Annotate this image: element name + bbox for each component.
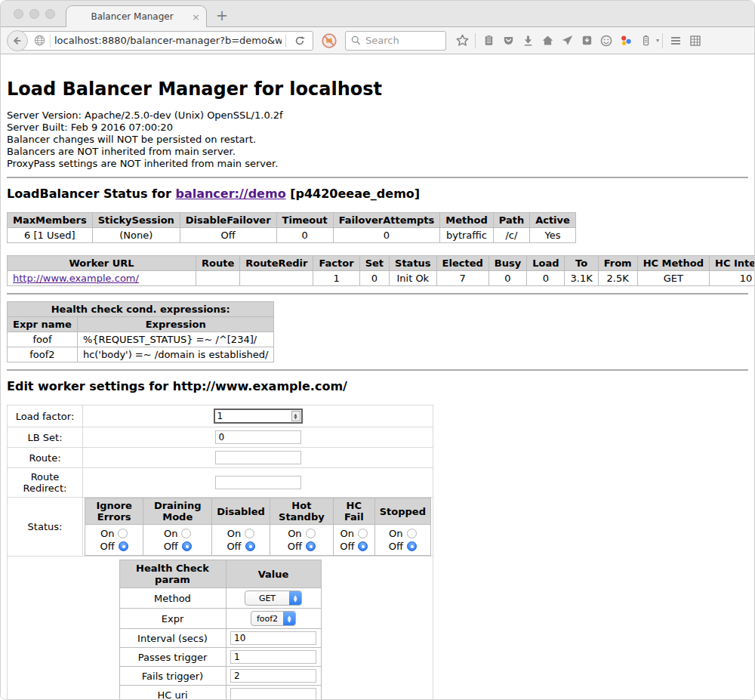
bookmarks-menu-button[interactable]	[479, 31, 498, 51]
worker-status-table: Worker URL Route RouteRedir Factor Set S…	[7, 255, 755, 286]
home-button[interactable]	[538, 31, 557, 51]
route-input[interactable]	[215, 451, 301, 464]
form-row-interval: Interval (secs)	[119, 629, 321, 648]
url-bar[interactable]: localhost:8880/balancer-manager?b=demo&w…	[17, 31, 313, 51]
tab-close-icon[interactable]: ×	[192, 12, 200, 22]
page-content: Load Balancer Manager for localhost Serv…	[1, 79, 754, 700]
menu-button[interactable]	[666, 31, 686, 51]
chevron-down-icon[interactable]: ▾	[656, 37, 659, 44]
hc-uri-input[interactable]	[230, 688, 316, 700]
divider	[662, 33, 663, 48]
minimize-window-icon[interactable]	[29, 9, 39, 19]
select-stepper-icon: ▲▼	[283, 612, 295, 625]
balancer-status-table: MaxMembers StickySession DisableFailover…	[7, 212, 576, 243]
globe-icon	[33, 34, 46, 47]
clipboard-icon	[482, 34, 495, 47]
divider	[285, 34, 286, 48]
hc-expr-label: Expr	[119, 609, 226, 629]
url-input[interactable]: localhost:8880/balancer-manager?b=demo&w…	[54, 35, 282, 46]
health-check-param-table: Health Check param Value Method GET ▲▼	[119, 560, 322, 700]
edit-worker-form: Load factor: ▲▼ LB Set: Route: Route Red…	[7, 405, 433, 700]
tab-balancer-manager[interactable]: Balancer Manager ×	[66, 5, 207, 27]
radio-off-checked[interactable]	[182, 541, 192, 551]
save-to-panel-button[interactable]	[577, 31, 596, 51]
status-label: Status:	[8, 498, 83, 557]
tab-bar: Balancer Manager × +	[1, 1, 754, 27]
worker-url-link[interactable]: http://www.example.com/	[13, 273, 139, 284]
downloads-button[interactable]	[518, 31, 538, 51]
smiley-icon	[599, 34, 613, 48]
form-row-fails: Fails trigger)	[119, 667, 321, 686]
zoom-window-icon[interactable]	[45, 9, 55, 19]
inherit-note-line: Balancers are NOT inherited from main se…	[7, 146, 748, 158]
table-header-row: Worker URL Route RouteRedir Factor Set S…	[8, 256, 755, 271]
table-header-row: Expr name Expression	[8, 317, 274, 332]
route-redirect-input[interactable]	[215, 476, 301, 489]
form-row-method: Method GET ▲▼	[119, 588, 321, 609]
load-factor-input[interactable]: ▲▼	[214, 409, 303, 424]
table-header-row: Ignore Errors Draining Mode Disabled Hot…	[85, 498, 431, 525]
radio-on[interactable]	[245, 529, 254, 538]
pocket-button[interactable]	[498, 31, 518, 51]
close-window-icon[interactable]	[14, 9, 23, 19]
route-redirect-label: Route Redirect:	[8, 468, 83, 498]
feedback-button[interactable]	[596, 31, 616, 51]
hc-passes-input[interactable]	[230, 650, 316, 664]
share-button[interactable]	[557, 31, 577, 51]
table-header-row: MaxMembers StickySession DisableFailover…	[8, 213, 576, 228]
radio-on[interactable]	[358, 529, 368, 538]
radio-off-checked[interactable]	[245, 541, 255, 551]
number-spinner-icon[interactable]: ▲▼	[291, 411, 300, 421]
hc-interval-input[interactable]	[230, 631, 316, 645]
load-factor-field[interactable]	[215, 411, 291, 421]
radio-on[interactable]	[407, 529, 417, 538]
radio-on[interactable]	[118, 529, 128, 538]
status-stopped-cell: On Off	[374, 525, 430, 556]
tab-title: Balancer Manager	[72, 11, 192, 22]
navigation-toolbar: localhost:8880/balancer-manager?b=demo&w…	[1, 27, 754, 54]
balancer-status-heading: LoadBalancer Status for balancer://demo …	[7, 187, 748, 201]
table-header-row: Health Check param Value	[119, 560, 321, 588]
back-icon	[11, 34, 24, 48]
hc-expr-select[interactable]: foof2 ▲▼	[251, 611, 296, 626]
lb-set-input[interactable]	[215, 430, 301, 444]
radio-on[interactable]	[181, 529, 191, 538]
radio-on[interactable]	[306, 529, 316, 538]
form-row-status: Status: Ignore Errors Draining Mode Disa…	[8, 498, 433, 557]
select-stepper-icon: ▲▼	[289, 591, 301, 605]
bookmark-star-button[interactable]	[452, 31, 472, 51]
hc-method-select[interactable]: GET ▲▼	[245, 591, 302, 606]
table-row: http://www.example.com/ 1 0 Init Ok 7 0 …	[8, 271, 755, 286]
hc-passes-label: Passes trigger	[119, 648, 226, 667]
search-bar[interactable]: Search	[345, 31, 446, 51]
balancer-demo-link[interactable]: balancer://demo	[175, 187, 285, 201]
route-label: Route:	[8, 448, 83, 468]
status-hot-standby-cell: On Off	[270, 525, 333, 556]
radio-off-checked[interactable]	[306, 541, 316, 551]
status-ignore-errors-cell: On Off	[85, 525, 143, 556]
new-tab-button[interactable]: +	[216, 7, 228, 23]
radio-off-checked[interactable]	[407, 541, 417, 551]
back-button[interactable]	[7, 30, 28, 51]
radio-off-checked[interactable]	[358, 541, 368, 551]
edit-worker-heading: Edit worker settings for http://www.exam…	[7, 379, 748, 393]
hc-interval-label: Interval (secs)	[119, 629, 226, 648]
home-icon	[541, 34, 554, 47]
status-hc-fail-cell: On Off	[333, 525, 374, 556]
search-input[interactable]: Search	[365, 35, 399, 46]
content-blocker-button[interactable]	[319, 31, 339, 51]
battery-extension-button[interactable]	[636, 31, 655, 51]
tiles-extension-button[interactable]	[686, 31, 705, 51]
window-controls	[14, 9, 55, 19]
colored-dots-icon	[619, 34, 633, 48]
proxypass-note-line: ProxyPass settings are NOT inherited fro…	[7, 158, 748, 170]
lb-set-label: LB Set:	[8, 427, 83, 448]
extension-colored-dots-button[interactable]	[616, 31, 636, 51]
radio-off-checked[interactable]	[119, 541, 128, 551]
hc-fails-input[interactable]	[230, 669, 316, 683]
server-version-line: Server Version: Apache/2.5.0-dev (Unix) …	[7, 109, 748, 122]
table-row: foof %{REQUEST_STATUS} =~ /^[234]/	[8, 332, 274, 347]
reload-button[interactable]	[290, 31, 310, 51]
form-row-expr: Expr foof2 ▲▼	[119, 609, 321, 629]
star-icon	[455, 33, 470, 48]
